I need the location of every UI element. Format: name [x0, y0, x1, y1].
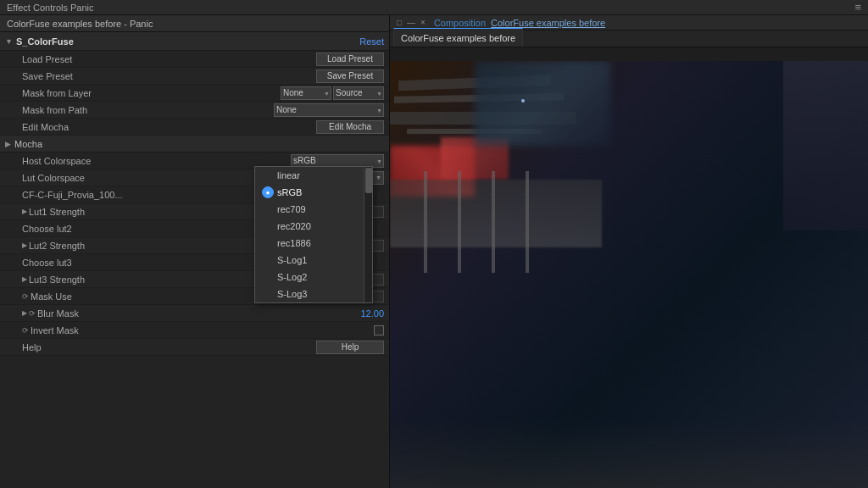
blur-mask-control: 12.00	[360, 308, 384, 319]
colorspace-dropdown: linear ● sRGB rec709 rec2020 rec1886 S-L…	[254, 166, 373, 303]
lut1-triangle[interactable]: ▶	[22, 208, 27, 215]
dropdown-scrollbar[interactable]	[364, 167, 372, 302]
mask-from-layer-row: Mask from Layer None Source	[0, 85, 389, 102]
scene-right-side	[783, 61, 868, 230]
source-select-wrapper: Source	[333, 86, 384, 100]
lut3-strength-label: Lut3 Strength	[29, 274, 291, 285]
edit-mocha-button[interactable]: Edit Mocha	[316, 120, 384, 134]
blur-mask-triangle[interactable]: ▶	[22, 309, 27, 317]
scene-pillar-3	[492, 171, 495, 273]
lut2-triangle[interactable]: ▶	[22, 241, 27, 249]
lut2-strength-label: Lut2 Strength	[29, 241, 291, 251]
effect-name-label: S_ColorFuse	[16, 36, 74, 47]
mocha-label: Mocha	[14, 139, 42, 149]
invert-mask-row: ⟳ Invert Mask	[0, 322, 389, 339]
mask-from-path-control: None	[274, 103, 384, 117]
comp-window-icon3: ×	[420, 18, 426, 27]
dropdown-item-rec709[interactable]: rec709	[255, 201, 372, 218]
invert-mask-label: Invert Mask	[31, 325, 374, 336]
lut3-triangle[interactable]: ▶	[22, 275, 27, 283]
dropdown-item-slog3[interactable]: S-Log3	[255, 286, 372, 302]
blur-mask-icon: ⟳	[29, 309, 36, 318]
comp-tab-row: ColorFuse examples before	[390, 30, 868, 47]
effect-name-row: ▼ S_ColorFuse Reset	[0, 32, 389, 51]
mask-path-select[interactable]: None	[274, 103, 384, 117]
comp-active-tab[interactable]: ColorFuse examples before	[393, 28, 523, 47]
reset-button[interactable]: Reset	[359, 36, 384, 47]
mask-use-label: Mask Use	[31, 291, 291, 302]
comp-title-link[interactable]: ColorFuse examples before	[491, 18, 605, 28]
scene-pillar-2	[458, 171, 461, 273]
load-preset-label: Load Preset	[22, 54, 316, 64]
blur-mask-label: Blur Mask	[37, 308, 360, 319]
comp-tab-label: ColorFuse examples before	[401, 33, 515, 43]
load-preset-row: Load Preset Load Preset	[0, 51, 389, 68]
scene-pillar-4	[526, 171, 529, 273]
invert-mask-icon: ⟳	[22, 326, 29, 335]
save-preset-control: Save Preset	[316, 69, 384, 83]
panel-header-text: ColorFuse examples before - Panic	[7, 19, 153, 29]
comp-window-icon1: □	[397, 18, 402, 27]
mask-layer-select-wrapper: None	[281, 86, 331, 100]
mask-from-layer-control: None Source	[281, 86, 384, 100]
edit-mocha-label: Edit Mocha	[22, 122, 316, 132]
scene-building	[390, 180, 602, 247]
blur-mask-row: ▶ ⟳ Blur Mask 12.00	[0, 305, 389, 322]
comp-title: Composition	[434, 18, 486, 28]
load-preset-control: Load Preset	[316, 53, 384, 66]
title-bar-text: Effect Controls Panic	[7, 3, 94, 13]
panel-header: ColorFuse examples before - Panic	[0, 15, 389, 32]
help-row: Help Help	[0, 339, 389, 356]
menu-icon[interactable]: ≡	[854, 1, 861, 14]
mask-from-layer-label: Mask from Layer	[22, 88, 281, 98]
mask-path-select-wrapper: None	[274, 103, 384, 117]
scene-light-dot	[521, 99, 525, 103]
mask-from-path-row: Mask from Path None	[0, 102, 389, 119]
dropdown-item-rec1886[interactable]: rec1886	[255, 235, 372, 252]
help-label: Help	[22, 342, 316, 352]
comp-window-icon2: —	[407, 18, 415, 27]
invert-mask-control	[374, 325, 384, 336]
mask-layer-select[interactable]: None	[281, 86, 331, 100]
help-button[interactable]: Help	[316, 341, 384, 354]
save-preset-row: Save Preset Save Preset	[0, 68, 389, 85]
lut-dropdown-arrow: ▼	[376, 175, 381, 180]
lut1-strength-label: Lut1 Strength	[29, 207, 291, 217]
host-colorspace-label: Host Colorspace	[22, 156, 291, 166]
scene-container	[390, 61, 868, 488]
comp-viewport	[390, 61, 868, 488]
dropdown-scroll-thumb	[365, 168, 372, 193]
save-preset-label: Save Preset	[22, 71, 316, 81]
title-bar: Effect Controls Panic ≡	[0, 0, 868, 15]
dropdown-item-linear[interactable]: linear	[255, 167, 372, 184]
edit-mocha-row: Edit Mocha Edit Mocha	[0, 119, 389, 136]
collapse-triangle[interactable]: ▼	[5, 37, 13, 46]
scene-pillar-1	[424, 171, 427, 273]
blur-mask-value[interactable]: 12.00	[360, 308, 384, 319]
mocha-triangle[interactable]: ▶	[5, 140, 11, 148]
dropdown-item-rec2020[interactable]: rec2020	[255, 218, 372, 235]
scene-sky	[475, 61, 610, 146]
scene-ground	[390, 420, 868, 488]
load-preset-button[interactable]: Load Preset	[316, 53, 384, 66]
srgb-check: ●	[262, 186, 274, 198]
help-control: Help	[316, 341, 384, 354]
mask-from-path-label: Mask from Path	[22, 105, 274, 115]
edit-mocha-control: Edit Mocha	[316, 120, 384, 134]
right-panel: □ — × Composition ColorFuse examples bef…	[390, 15, 868, 488]
dropdown-item-srgb[interactable]: ● sRGB	[255, 184, 372, 201]
mask-use-icon: ⟳	[22, 292, 29, 301]
invert-mask-checkbox[interactable]	[374, 325, 384, 336]
save-preset-button[interactable]: Save Preset	[316, 69, 384, 83]
dropdown-item-slog2[interactable]: S-Log2	[255, 269, 372, 286]
source-select[interactable]: Source	[333, 86, 384, 100]
dropdown-item-slog1[interactable]: S-Log1	[255, 252, 372, 269]
mocha-section: ▶ Mocha	[0, 136, 389, 152]
